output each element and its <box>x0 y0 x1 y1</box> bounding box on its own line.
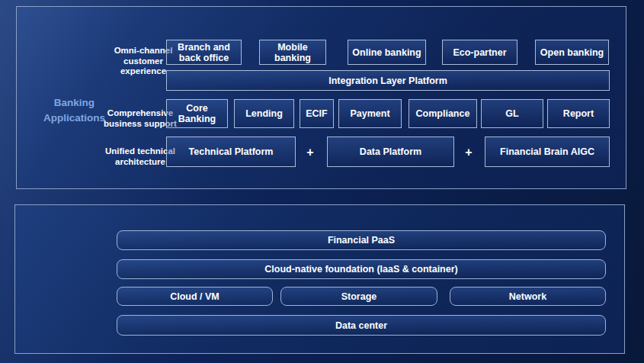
box-branch-and-back-office: Branch and back office <box>166 40 242 65</box>
box-storage: Storage <box>280 287 437 306</box>
box-data-center: Data center <box>117 315 606 336</box>
box-lending: Lending <box>234 99 294 128</box>
box-compliance: Compliance <box>409 99 477 128</box>
box-data-platform: Data Platform <box>327 137 454 167</box>
box-core-banking: Core Banking <box>166 99 228 128</box>
box-gl: GL <box>481 99 543 128</box>
box-technical-platform: Technical Platform <box>166 137 296 167</box>
box-payment: Payment <box>338 99 402 128</box>
box-eco-partner: Eco-partner <box>442 40 517 65</box>
box-integration-layer-platform: Integration Layer Platform <box>166 70 610 91</box>
box-financial-paas: Financial PaaS <box>117 230 606 250</box>
box-cloud-vm: Cloud / VM <box>117 287 273 306</box>
architecture-diagram: Banking Applications Omni-channel custom… <box>0 0 644 363</box>
box-open-banking: Open banking <box>535 40 609 65</box>
box-ecif: ECIF <box>300 99 334 128</box>
box-online-banking: Online banking <box>348 40 426 65</box>
box-report: Report <box>547 99 610 128</box>
box-cloud-native-foundation: Cloud-native foundation (IaaS & containe… <box>117 259 606 279</box>
box-mobile-banking: Mobile banking <box>259 40 326 65</box>
plus-sign: + <box>304 146 316 159</box>
box-network: Network <box>450 287 606 306</box>
box-financial-brain-aigc: Financial Brain AIGC <box>485 137 610 167</box>
plus-sign: + <box>463 146 475 159</box>
